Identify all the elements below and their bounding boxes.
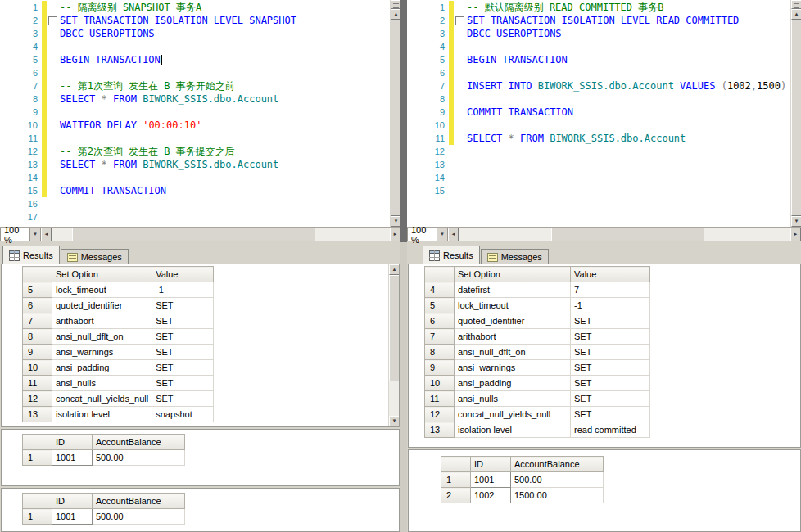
code-line[interactable]: 8SELECT * FROM BIWORK_SSIS.dbo.Account: [0, 92, 390, 106]
zoom-combobox[interactable]: 100 % ▼: [407, 228, 448, 241]
line-number[interactable]: 3: [407, 27, 449, 40]
code-line[interactable]: 1-- 隔离级别 SNAPSHOT 事务A: [0, 1, 390, 14]
code-line[interactable]: 6: [0, 66, 390, 79]
code-text[interactable]: [465, 171, 467, 184]
grid-cell[interactable]: ansi_padding: [455, 376, 571, 391]
grid-cell[interactable]: 1002: [471, 488, 511, 503]
grid-corner-cell[interactable]: [23, 267, 52, 282]
code-line[interactable]: 7INSERT INTO BIWORK_SSIS.dbo.Account VAL…: [407, 79, 790, 92]
grid-cell[interactable]: arithabort: [455, 329, 571, 345]
code-line[interactable]: 17: [0, 210, 390, 223]
code-text[interactable]: SELECT * FROM BIWORK_SSIS.dbo.Account: [58, 158, 278, 171]
line-number[interactable]: 15: [407, 184, 449, 197]
hscroll-track[interactable]: [52, 228, 390, 241]
code-line[interactable]: 2-SET TRANSACTION ISOLATION LEVEL SNAPSH…: [0, 14, 390, 27]
code-text[interactable]: [58, 106, 60, 119]
line-number[interactable]: 7: [407, 79, 449, 92]
row-number-cell[interactable]: 7: [23, 313, 52, 329]
grid-cell[interactable]: 1001: [52, 509, 93, 525]
scroll-up-button[interactable]: ▲: [791, 9, 801, 20]
code-line[interactable]: 5BEGIN TRANSACTION: [407, 53, 790, 66]
code-line[interactable]: 3DBCC USEROPTIONS: [407, 27, 790, 40]
line-number[interactable]: 11: [407, 132, 449, 145]
useroptions-grid-left[interactable]: Set OptionValue5lock_timeout-16quoted_id…: [22, 266, 214, 422]
code-text[interactable]: SELECT * FROM BIWORK_SSIS.dbo.Account: [58, 92, 278, 106]
line-number[interactable]: 8: [0, 92, 42, 106]
results-grid[interactable]: IDAccountBalance11001500.00: [22, 493, 185, 525]
column-header[interactable]: Value: [571, 267, 650, 282]
splitter-grip-icon[interactable]: [791, 0, 801, 9]
grid-cell[interactable]: SET: [152, 376, 214, 391]
grid-cell[interactable]: SET: [571, 345, 650, 360]
pane-splitter[interactable]: [400, 0, 407, 532]
row-number-cell[interactable]: 11: [23, 376, 52, 391]
code-text[interactable]: [58, 132, 60, 145]
grid-cell[interactable]: 7: [571, 282, 650, 298]
grid-cell[interactable]: 500.00: [93, 509, 185, 525]
column-header[interactable]: AccountBalance: [511, 457, 604, 472]
code-line[interactable]: 8: [407, 92, 790, 106]
scroll-left-button[interactable]: ◄: [448, 228, 459, 241]
code-line[interactable]: 13: [407, 158, 790, 171]
code-line[interactable]: 5BEGIN TRANSACTION: [0, 53, 390, 66]
grid-cell[interactable]: 1001: [52, 450, 93, 466]
row-number-cell[interactable]: 6: [425, 313, 455, 329]
grid-cell[interactable]: 1001: [471, 472, 511, 488]
grid-cell[interactable]: isolation level: [455, 422, 571, 438]
column-header[interactable]: ID: [52, 494, 93, 509]
line-number[interactable]: 1: [407, 1, 449, 14]
grid-cell[interactable]: SET: [152, 329, 214, 345]
line-number[interactable]: 2: [407, 14, 449, 27]
grid-corner-cell[interactable]: [23, 435, 52, 450]
row-number-cell[interactable]: 5: [425, 298, 455, 313]
code-text[interactable]: -- 第1次查询 发生在 B 事务开始之前: [58, 79, 235, 92]
scroll-left-button[interactable]: ◄: [41, 228, 52, 241]
results-grid[interactable]: Set OptionValue4datefirst75lock_timeout-…: [424, 266, 650, 438]
line-number[interactable]: 6: [407, 66, 449, 79]
code-text[interactable]: SET TRANSACTION ISOLATION LEVEL READ COM…: [465, 14, 739, 27]
grid-cell[interactable]: SET: [152, 360, 214, 376]
code-line[interactable]: 14: [407, 171, 790, 184]
row-number-cell[interactable]: 10: [23, 360, 52, 376]
line-number[interactable]: 1: [0, 1, 42, 14]
row-number-cell[interactable]: 9: [23, 345, 52, 360]
splitter-grip-icon[interactable]: [391, 0, 400, 9]
code-text[interactable]: [465, 184, 467, 197]
row-number-cell[interactable]: 7: [425, 329, 455, 345]
code-line[interactable]: 3DBCC USEROPTIONS: [0, 27, 390, 40]
hscroll-thumb[interactable]: [72, 228, 315, 241]
row-number-cell[interactable]: 1: [23, 450, 52, 466]
account-grid-right[interactable]: IDAccountBalance11001500.00210021500.00: [441, 456, 604, 503]
code-text[interactable]: COMMIT TRANSACTION: [465, 106, 573, 119]
editor-hscrollbar-left[interactable]: 100 % ▼ ◄ ►: [0, 228, 400, 241]
code-line[interactable]: 12: [407, 145, 790, 158]
grid-cell[interactable]: read committed: [571, 422, 650, 438]
grid-cell[interactable]: 500.00: [93, 450, 185, 466]
code-text[interactable]: [465, 158, 467, 171]
code-line[interactable]: 15COMMIT TRANSACTION: [0, 184, 390, 197]
sql-editor-left[interactable]: 1-- 隔离级别 SNAPSHOT 事务A2-SET TRANSACTION I…: [0, 0, 400, 228]
code-text[interactable]: [465, 66, 467, 79]
grid-cell[interactable]: arithabort: [52, 313, 152, 329]
scroll-down-button[interactable]: ▼: [389, 416, 400, 426]
line-number[interactable]: 6: [0, 66, 42, 79]
code-text[interactable]: [58, 40, 60, 53]
code-text[interactable]: WAITFOR DELAY '00:00:10': [58, 119, 201, 132]
code-line[interactable]: 13SELECT * FROM BIWORK_SSIS.dbo.Account: [0, 158, 390, 171]
grid-cell[interactable]: -1: [571, 298, 650, 313]
grid-cell[interactable]: quoted_identifier: [455, 313, 571, 329]
grid-cell[interactable]: snapshot: [152, 407, 214, 422]
grid-corner-cell[interactable]: [23, 494, 52, 509]
code-text[interactable]: [58, 171, 60, 184]
code-line[interactable]: 1-- 默认隔离级别 READ COMMITTED 事务B: [407, 1, 790, 14]
grid-cell[interactable]: concat_null_yields_null: [455, 407, 571, 422]
grid-cell[interactable]: SET: [152, 298, 214, 313]
grid-cell[interactable]: -1: [152, 282, 214, 298]
code-area-right[interactable]: 1-- 默认隔离级别 READ COMMITTED 事务B2-SET TRANS…: [407, 1, 790, 227]
scroll-up-button[interactable]: ▲: [389, 264, 400, 275]
results-vscrollbar-left[interactable]: ▲ ▼: [388, 264, 399, 426]
grid-cell[interactable]: ansi_nulls: [52, 376, 152, 391]
code-area-left[interactable]: 1-- 隔离级别 SNAPSHOT 事务A2-SET TRANSACTION I…: [0, 1, 390, 227]
row-number-cell[interactable]: 9: [425, 360, 455, 376]
grid-cell[interactable]: 500.00: [511, 472, 604, 488]
